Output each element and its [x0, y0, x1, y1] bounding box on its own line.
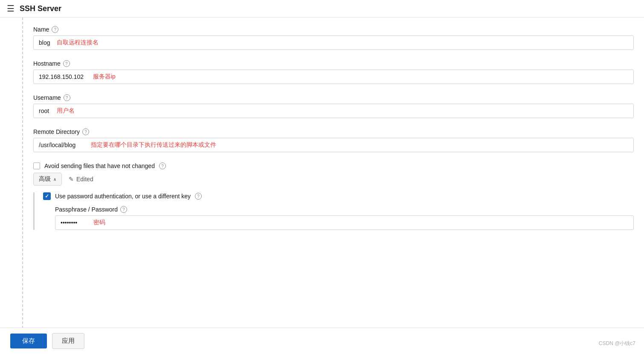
username-input[interactable]	[33, 104, 634, 118]
avoid-sending-help-icon[interactable]: ?	[159, 162, 166, 169]
edit-icon: ✎	[69, 176, 74, 183]
page-container: ☰ SSH Server Name ? 自取远程连接名 Host	[0, 0, 644, 354]
edited-text: Edited	[76, 176, 93, 183]
use-password-help-icon[interactable]: ?	[195, 193, 202, 200]
name-label: Name ?	[33, 26, 634, 33]
save-button[interactable]: 保存	[10, 334, 47, 348]
avoid-sending-checkbox[interactable]	[33, 162, 40, 169]
sidebar-divider	[0, 17, 23, 354]
edited-label: ✎ Edited	[69, 176, 93, 183]
apply-button[interactable]: 应用	[52, 333, 84, 349]
watermark: CSDN @小钱c7	[599, 340, 635, 347]
remote-directory-help-icon[interactable]: ?	[82, 128, 89, 135]
use-password-label: Use password authentication, or use a di…	[55, 193, 191, 200]
username-help-icon[interactable]: ?	[64, 94, 70, 101]
bottom-bar: 保存 应用	[0, 328, 644, 354]
advanced-row: 高级 ∧ ✎ Edited	[33, 173, 634, 186]
hostname-label: Hostname ?	[33, 60, 634, 67]
hostname-input[interactable]	[33, 70, 634, 84]
name-group: Name ? 自取远程连接名	[33, 26, 634, 50]
advanced-button-label: 高级	[39, 175, 51, 183]
form-area: Name ? 自取远程连接名 Hostname ? 服务器ip	[23, 17, 644, 354]
advanced-button[interactable]: 高级 ∧	[33, 173, 62, 186]
use-password-checkbox[interactable]	[43, 192, 51, 200]
advanced-content: Use password authentication, or use a di…	[33, 192, 634, 230]
main-content: Name ? 自取远程连接名 Hostname ? 服务器ip	[0, 17, 644, 354]
page-title: SSH Server	[20, 4, 61, 13]
avoid-sending-group: Avoid sending files that have not change…	[33, 162, 634, 169]
hostname-group: Hostname ? 服务器ip	[33, 60, 634, 84]
username-group: Username ? 用户名	[33, 94, 634, 118]
header: ☰ SSH Server	[0, 0, 644, 17]
use-password-group: Use password authentication, or use a di…	[43, 192, 634, 200]
username-input-row: 用户名	[33, 104, 634, 118]
passphrase-help-icon[interactable]: ?	[120, 206, 127, 213]
passphrase-label: Passphrase / Password ?	[55, 206, 634, 213]
avoid-sending-label: Avoid sending files that have not change…	[44, 162, 155, 169]
name-input[interactable]	[33, 35, 634, 50]
name-input-row: 自取远程连接名	[33, 35, 634, 50]
chevron-up-icon: ∧	[53, 177, 56, 182]
hostname-input-row: 服务器ip	[33, 70, 634, 84]
remote-directory-input-row: 指定要在哪个目录下执行传送过来的脚本或文件	[33, 138, 634, 152]
password-input[interactable]	[55, 215, 634, 230]
name-help-icon[interactable]: ?	[52, 26, 58, 33]
hamburger-icon[interactable]: ☰	[7, 3, 15, 14]
username-label: Username ?	[33, 94, 634, 101]
password-input-wrapper: 密码	[55, 215, 634, 230]
hostname-help-icon[interactable]: ?	[63, 60, 70, 67]
remote-directory-input[interactable]	[33, 138, 634, 152]
remote-directory-group: Remote Directory ? 指定要在哪个目录下执行传送过来的脚本或文件	[33, 128, 634, 152]
remote-directory-label: Remote Directory ?	[33, 128, 634, 135]
